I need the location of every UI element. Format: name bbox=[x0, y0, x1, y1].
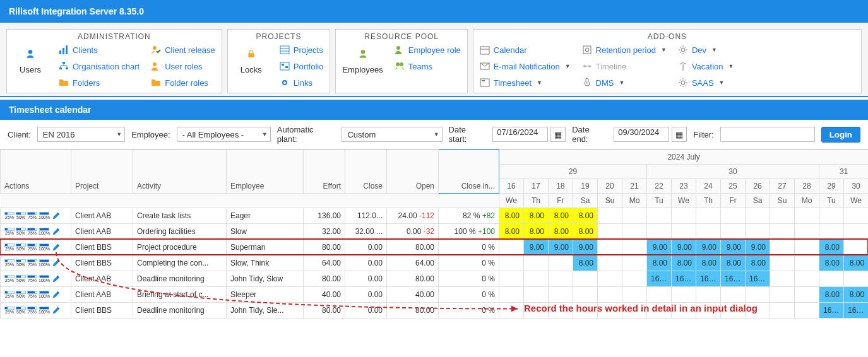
col-effort[interactable]: Effort bbox=[304, 150, 345, 194]
timeline-link[interactable]: Timeline bbox=[582, 61, 667, 71]
col-actions[interactable]: Actions bbox=[1, 150, 71, 194]
progress-50%-button[interactable]: 50% bbox=[16, 291, 26, 298]
day-cell[interactable] bbox=[524, 271, 549, 287]
users-button[interactable]: Users bbox=[13, 45, 47, 74]
day-cell[interactable] bbox=[598, 208, 622, 224]
day-cell[interactable]: 8.00 bbox=[819, 287, 844, 303]
col-open[interactable]: Open bbox=[387, 150, 439, 194]
day-cell[interactable]: 9.00 bbox=[647, 240, 672, 255]
day-cell[interactable] bbox=[549, 255, 573, 271]
day-cell[interactable]: 8.00 bbox=[549, 224, 573, 240]
day-cell[interactable]: 9.00 bbox=[746, 240, 770, 255]
day-cell[interactable]: 8.00 bbox=[672, 255, 696, 271]
day-cell[interactable]: 9.00 bbox=[721, 240, 746, 255]
day-cell[interactable] bbox=[647, 224, 672, 240]
day-cell[interactable] bbox=[647, 208, 672, 224]
projects-link[interactable]: Projects bbox=[280, 45, 324, 55]
day-cell[interactable]: 8.00 bbox=[499, 224, 524, 240]
day-cell[interactable] bbox=[622, 287, 647, 303]
day-cell[interactable] bbox=[598, 271, 622, 287]
teams-link[interactable]: Teams bbox=[395, 61, 461, 71]
day-cell[interactable] bbox=[499, 303, 524, 319]
progress-75%-button[interactable]: 75% bbox=[27, 307, 37, 314]
day-cell[interactable] bbox=[844, 271, 869, 287]
day-cell[interactable]: 8.00 bbox=[721, 255, 746, 271]
day-cell[interactable] bbox=[622, 224, 647, 240]
filter-input[interactable] bbox=[720, 127, 815, 142]
day-cell[interactable]: 16.00 bbox=[721, 271, 746, 287]
day-cell[interactable] bbox=[844, 240, 869, 255]
day-cell[interactable]: 8.00 bbox=[746, 255, 770, 271]
day-cell[interactable] bbox=[499, 287, 524, 303]
day-cell[interactable] bbox=[598, 287, 622, 303]
day-cell[interactable] bbox=[819, 271, 844, 287]
day-cell[interactable]: 9.00 bbox=[524, 240, 549, 255]
edit-icon[interactable] bbox=[51, 274, 61, 284]
day-cell[interactable] bbox=[598, 224, 622, 240]
login-button[interactable]: Login bbox=[821, 127, 860, 143]
progress-25%-button[interactable]: 25% bbox=[4, 291, 15, 298]
day-cell[interactable]: 8.00 bbox=[524, 208, 549, 224]
locks-button[interactable]: Locks bbox=[234, 45, 268, 74]
day-cell[interactable]: 8.00 bbox=[499, 208, 524, 224]
progress-100%-button[interactable]: 100% bbox=[39, 243, 50, 251]
col-employee[interactable]: Employee bbox=[227, 150, 304, 194]
progress-100%-button[interactable]: 100% bbox=[39, 291, 50, 298]
progress-75%-button[interactable]: 75% bbox=[27, 259, 37, 267]
day-cell[interactable] bbox=[795, 303, 819, 319]
day-cell[interactable]: 8.00 bbox=[524, 224, 549, 240]
day-cell[interactable] bbox=[795, 287, 819, 303]
col-close[interactable]: Close bbox=[345, 150, 387, 194]
day-cell[interactable] bbox=[647, 287, 672, 303]
calendar-link[interactable]: Calendar bbox=[480, 45, 571, 55]
dms-link[interactable]: DMS▼ bbox=[582, 78, 667, 88]
employee-role-link[interactable]: Employee role bbox=[395, 45, 461, 55]
edit-icon[interactable] bbox=[51, 226, 61, 237]
day-cell[interactable] bbox=[672, 208, 696, 224]
day-cell[interactable]: 8.00 bbox=[844, 255, 869, 271]
email-link[interactable]: E-mail Notification▼ bbox=[480, 61, 571, 71]
day-cell[interactable] bbox=[795, 224, 819, 240]
client-release-link[interactable]: Client release bbox=[151, 45, 215, 55]
day-cell[interactable] bbox=[770, 240, 795, 255]
day-cell[interactable] bbox=[795, 240, 819, 255]
edit-icon[interactable] bbox=[51, 290, 61, 300]
day-cell[interactable]: 16.00 bbox=[746, 271, 770, 287]
folders-link[interactable]: Folders bbox=[59, 78, 140, 88]
timesheet-link[interactable]: Timesheet▼ bbox=[480, 78, 571, 88]
progress-25%-button[interactable]: 25% bbox=[4, 212, 15, 219]
datestart-input[interactable]: 07/16/2024 bbox=[492, 127, 548, 142]
progress-50%-button[interactable]: 50% bbox=[16, 259, 26, 267]
day-cell[interactable]: 16.00 bbox=[672, 271, 696, 287]
datestart-calendar-button[interactable]: ▦ bbox=[550, 127, 566, 142]
progress-25%-button[interactable]: 25% bbox=[4, 243, 15, 251]
day-cell[interactable] bbox=[499, 255, 524, 271]
day-cell[interactable] bbox=[622, 255, 647, 271]
progress-100%-button[interactable]: 100% bbox=[39, 212, 50, 219]
day-cell[interactable] bbox=[795, 255, 819, 271]
day-cell[interactable] bbox=[770, 303, 795, 319]
dev-link[interactable]: Dev▼ bbox=[678, 45, 734, 55]
autoplant-select[interactable]: Custom ▼ bbox=[342, 127, 442, 142]
progress-25%-button[interactable]: 25% bbox=[4, 275, 15, 283]
employees-button[interactable]: Employees bbox=[342, 45, 383, 74]
progress-50%-button[interactable]: 50% bbox=[16, 275, 26, 283]
day-cell[interactable] bbox=[696, 208, 721, 224]
day-cell[interactable]: 8.00 bbox=[844, 287, 869, 303]
progress-100%-button[interactable]: 100% bbox=[39, 259, 50, 267]
day-cell[interactable] bbox=[746, 208, 770, 224]
progress-75%-button[interactable]: 75% bbox=[27, 275, 37, 283]
day-cell[interactable] bbox=[622, 240, 647, 255]
day-cell[interactable] bbox=[770, 208, 795, 224]
day-cell[interactable] bbox=[770, 271, 795, 287]
day-cell[interactable] bbox=[721, 224, 746, 240]
edit-icon[interactable] bbox=[51, 305, 61, 315]
day-cell[interactable]: 8.00 bbox=[696, 255, 721, 271]
day-cell[interactable] bbox=[844, 208, 869, 224]
col-project[interactable]: Project bbox=[71, 150, 133, 194]
progress-75%-button[interactable]: 75% bbox=[27, 212, 37, 219]
day-cell[interactable]: 16.00 bbox=[696, 271, 721, 287]
day-cell[interactable] bbox=[819, 224, 844, 240]
day-cell[interactable] bbox=[721, 208, 746, 224]
day-cell[interactable] bbox=[573, 287, 598, 303]
